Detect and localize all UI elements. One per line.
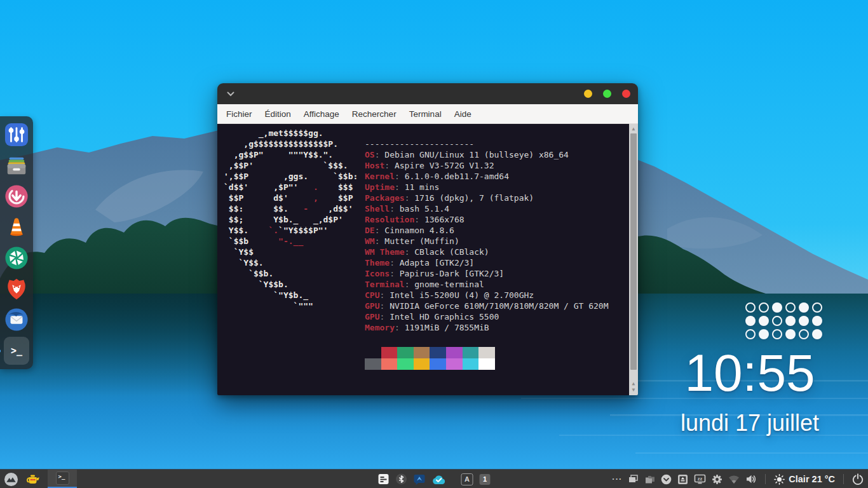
power-icon[interactable] bbox=[852, 473, 864, 485]
brave-icon bbox=[5, 277, 28, 301]
dock-item-settings[interactable] bbox=[4, 122, 29, 147]
palette-block bbox=[414, 347, 430, 358]
volume-icon[interactable] bbox=[745, 474, 757, 484]
grouped-folders-icon[interactable] bbox=[644, 474, 655, 484]
terminal-color-palette bbox=[365, 347, 609, 370]
neofetch-info-line: Resolution: 868x488 bbox=[365, 214, 609, 225]
dock-item-software-updater[interactable] bbox=[4, 184, 29, 209]
menu-item-aide[interactable]: Aide bbox=[448, 104, 478, 124]
weather-applet[interactable]: Clair 21 °C bbox=[774, 474, 835, 485]
binary-dot-filled bbox=[812, 316, 822, 326]
dock-item-thunderbird[interactable] bbox=[4, 307, 29, 332]
keyboard-layout-indicator[interactable]: A bbox=[461, 473, 473, 485]
vlc-icon bbox=[4, 215, 29, 240]
palette-block bbox=[430, 347, 446, 358]
tray-overflow-icon[interactable]: ··· bbox=[612, 470, 622, 488]
cloud-sync-icon[interactable] bbox=[432, 474, 446, 485]
debian-ascii-logo: _,met$$$$$gg. ,g$$$$$$$$$$$$$$$P. ,g$$P"… bbox=[224, 128, 365, 395]
software-updater-icon bbox=[4, 184, 29, 208]
clock-desklet: 10:55 lundi 17 juillet bbox=[654, 347, 845, 437]
binary-dot-empty bbox=[785, 302, 796, 313]
binary-dot-filled bbox=[772, 302, 782, 313]
scrollbar-thumb[interactable] bbox=[630, 133, 637, 370]
network-icon[interactable] bbox=[728, 475, 740, 484]
scroll-up-icon[interactable]: ▲ bbox=[629, 126, 638, 132]
removable-media-icon[interactable] bbox=[677, 474, 688, 485]
palette-block bbox=[397, 358, 414, 370]
binary-dot-filled bbox=[745, 316, 756, 326]
screensaver-icon[interactable]: zz bbox=[694, 474, 706, 485]
neofetch-info-line: Uptime: 11 mins bbox=[365, 182, 609, 193]
terminal-icon: >_ bbox=[56, 471, 69, 485]
workspace-indicator[interactable]: 1 bbox=[480, 474, 491, 485]
palette-block bbox=[463, 358, 479, 370]
binary-dot-empty bbox=[772, 316, 782, 326]
menu-item-fichier[interactable]: Fichier bbox=[220, 104, 259, 124]
menu-item-rechercher[interactable]: Rechercher bbox=[346, 104, 403, 124]
neofetch-info-line: Terminal: gnome-terminal bbox=[365, 279, 609, 290]
neofetch-info-line: Packages: 1716 (dpkg), 7 (flatpak) bbox=[365, 193, 609, 203]
maximize-button[interactable] bbox=[603, 90, 611, 98]
scrollbar[interactable]: ▲ ▲ ▼ bbox=[629, 124, 638, 395]
terminal-icon: >_ bbox=[4, 337, 29, 365]
bottom-panel: >_ A 1 ··· bbox=[0, 469, 868, 488]
messenger-icon[interactable] bbox=[414, 473, 426, 485]
dock: >_ bbox=[0, 116, 33, 369]
binary-dot-empty bbox=[745, 302, 756, 313]
neofetch-info-line: Host: Aspire V3-572G V1.32 bbox=[365, 160, 609, 171]
neofetch-info-line: WM Theme: CBlack (CBlack) bbox=[365, 247, 609, 257]
dock-item-screenshot-tool[interactable] bbox=[4, 245, 29, 271]
neofetch-info-line: Kernel: 6.1.0-0.deb11.7-amd64 bbox=[365, 171, 609, 182]
notes-icon[interactable] bbox=[378, 473, 390, 485]
sun-icon bbox=[774, 474, 785, 485]
terminal-content[interactable]: _,met$$$$$gg. ,g$$$$$$$$$$$$$$$P. ,g$$P"… bbox=[217, 124, 638, 395]
menu-item-affichage[interactable]: Affichage bbox=[297, 104, 346, 124]
dock-item-vlc[interactable] bbox=[4, 215, 29, 240]
menu-item-édition[interactable]: Édition bbox=[259, 104, 297, 124]
scroll-down-icon[interactable]: ▼ bbox=[629, 388, 638, 393]
taskbar-item-terminal[interactable]: >_ bbox=[48, 470, 77, 488]
neofetch-info-line: GPU: Intel HD Graphics 5500 bbox=[365, 311, 609, 322]
chevron-down-icon[interactable] bbox=[227, 92, 234, 97]
menu-button[interactable] bbox=[4, 472, 18, 487]
teatime-icon[interactable] bbox=[25, 471, 41, 487]
terminal-window: FichierÉditionAffichageRechercherTermina… bbox=[217, 83, 638, 395]
settings-gear-icon[interactable] bbox=[712, 474, 722, 485]
binary-dot-filled bbox=[799, 316, 809, 326]
neofetch-info-line: OS: Debian GNU/Linux 11 (bullseye) x86_6… bbox=[365, 149, 609, 160]
settings-icon bbox=[4, 123, 29, 147]
panel-separator bbox=[765, 474, 766, 484]
binary-dot-filled bbox=[812, 329, 822, 339]
binary-dot-empty bbox=[772, 329, 782, 339]
palette-block bbox=[463, 347, 479, 358]
neofetch-info-line: DE: Cinnamon 4.8.6 bbox=[365, 225, 609, 236]
camera-shutter-icon bbox=[4, 246, 29, 270]
palette-block bbox=[365, 358, 381, 370]
binary-dot-empty bbox=[799, 329, 809, 339]
binary-dot-filled bbox=[785, 316, 796, 326]
palette-block bbox=[397, 347, 414, 358]
binary-dot-filled bbox=[759, 316, 769, 326]
window-titlebar[interactable] bbox=[217, 83, 638, 104]
menu-item-terminal[interactable]: Terminal bbox=[403, 104, 448, 124]
palette-block bbox=[414, 358, 430, 370]
neofetch-info-line: Shell: bash 5.1.4 bbox=[365, 203, 609, 214]
binary-dot-empty bbox=[759, 302, 769, 313]
panel-separator bbox=[843, 474, 844, 484]
binary-dot-filled bbox=[759, 329, 769, 339]
running-indicator-dot bbox=[0, 349, 1, 353]
grouped-windows-icon[interactable] bbox=[628, 474, 639, 484]
desktop: >_ FichierÉditionAffichageRechercherTerm… bbox=[0, 0, 868, 488]
dock-item-terminal[interactable]: >_ bbox=[4, 338, 29, 363]
close-button[interactable] bbox=[622, 90, 630, 98]
dock-item-file-archiver[interactable] bbox=[4, 153, 29, 179]
minimize-button[interactable] bbox=[584, 90, 592, 98]
binary-clock-desklet bbox=[745, 302, 822, 339]
clock-date: lundi 17 juillet bbox=[654, 410, 845, 437]
clock-tray-icon[interactable] bbox=[661, 474, 672, 485]
bluetooth-icon[interactable] bbox=[396, 473, 407, 485]
dock-item-brave-browser[interactable] bbox=[4, 276, 29, 302]
scroll-up2-icon[interactable]: ▲ bbox=[629, 381, 638, 386]
palette-block bbox=[381, 358, 398, 370]
neofetch-info-line: GPU: NVIDIA GeForce 610M/710M/810M/820M … bbox=[365, 301, 609, 311]
